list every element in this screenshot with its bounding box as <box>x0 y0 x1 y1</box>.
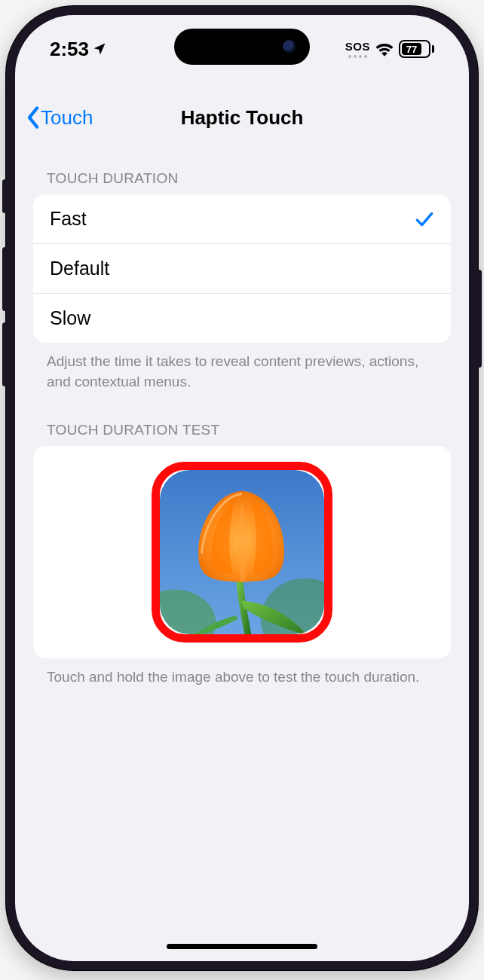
back-label: Touch <box>41 106 93 130</box>
duration-options-group: Fast Default Slow <box>33 194 451 343</box>
screen: 2:53 SOS 77 <box>15 15 469 961</box>
front-camera <box>283 40 296 53</box>
side-button-power <box>476 270 482 368</box>
option-fast-label: Fast <box>50 208 87 230</box>
settings-content: TOUCH DURATION Fast Default Slow Adjust … <box>15 157 469 961</box>
option-slow[interactable]: Slow <box>33 293 451 343</box>
dynamic-island <box>174 29 310 65</box>
location-icon <box>92 41 107 56</box>
option-default[interactable]: Default <box>33 243 451 293</box>
flower-image-icon <box>160 470 324 634</box>
chevron-left-icon <box>26 106 41 129</box>
checkmark-icon <box>415 209 434 229</box>
status-time: 2:53 <box>50 38 89 61</box>
section-footer-duration: Adjust the time it takes to reveal conte… <box>33 343 451 392</box>
home-indicator[interactable] <box>167 944 317 949</box>
side-button-vol-down <box>2 322 8 386</box>
side-button-mute <box>2 179 8 213</box>
page-title: Haptic Touch <box>181 106 304 130</box>
option-default-label: Default <box>50 258 109 279</box>
status-sos: SOS <box>345 40 370 53</box>
battery-icon: 77 <box>399 40 434 58</box>
section-footer-test: Touch and hold the image above to test t… <box>33 658 451 688</box>
option-fast[interactable]: Fast <box>33 194 451 243</box>
test-group <box>33 446 451 658</box>
section-header-test: TOUCH DURATION TEST <box>33 408 451 446</box>
wifi-icon <box>375 41 394 56</box>
section-header-duration: TOUCH DURATION <box>33 157 451 194</box>
option-slow-label: Slow <box>50 307 90 329</box>
cellular-dots-icon <box>348 55 367 58</box>
nav-bar: Touch Haptic Touch <box>15 90 469 145</box>
battery-level-label: 77 <box>402 43 421 55</box>
side-button-vol-up <box>2 247 8 311</box>
test-image[interactable] <box>155 466 329 639</box>
back-button[interactable]: Touch <box>26 106 93 130</box>
phone-frame: 2:53 SOS 77 <box>6 6 478 970</box>
